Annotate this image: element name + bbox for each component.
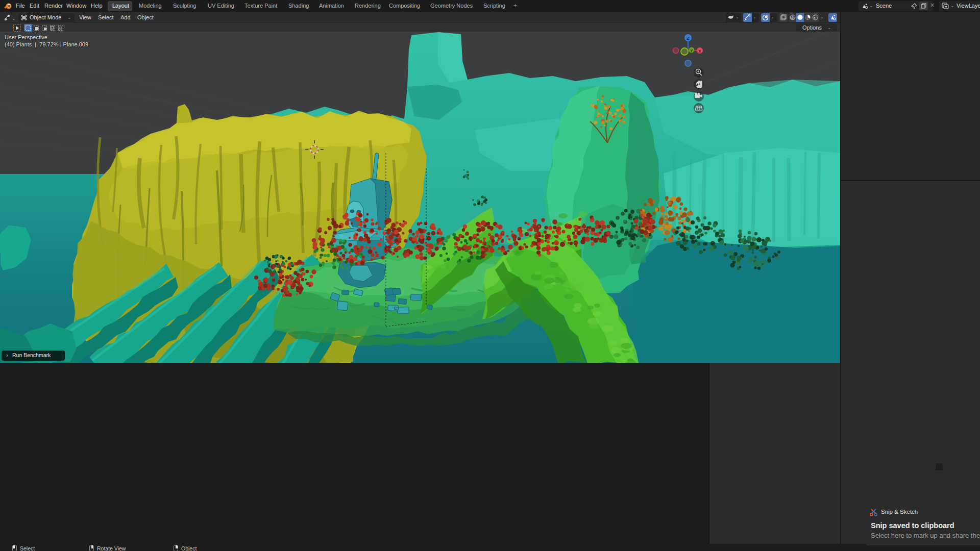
svg-text:⌄: ⌄	[12, 16, 16, 21]
svg-text:X: X	[698, 49, 701, 54]
svg-text:Z: Z	[687, 36, 690, 41]
svg-text:Y: Y	[690, 48, 693, 53]
